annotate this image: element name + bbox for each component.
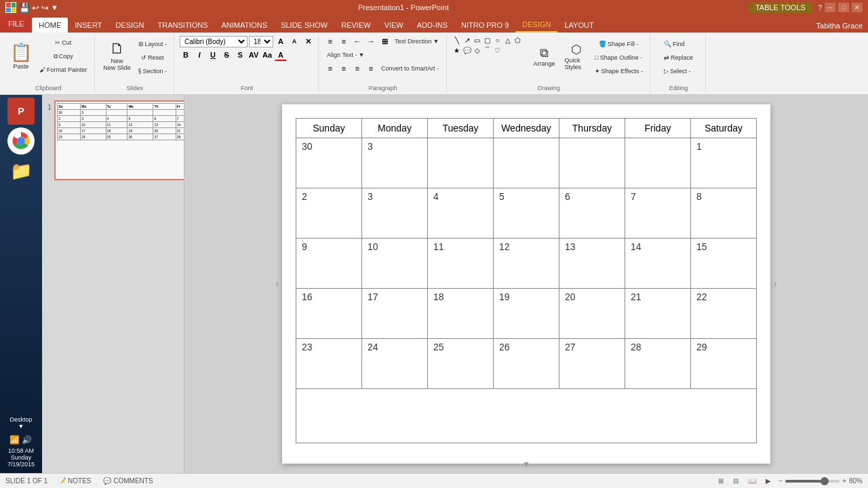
tab-design[interactable]: DESIGN (108, 18, 151, 33)
calendar-cell-1-1[interactable]: 3 (362, 188, 428, 239)
powerpoint-icon[interactable]: P (7, 98, 35, 125)
folder-icon[interactable]: 📁 (7, 157, 35, 184)
left-scroll-handle[interactable]: ‹ (273, 104, 282, 464)
italic-button[interactable]: I (193, 49, 205, 61)
calendar-cell-1-0[interactable]: 2 (296, 188, 362, 239)
calendar-cell-4-5[interactable]: 28 (625, 339, 691, 389)
calendar-cell-0-0[interactable]: 30 (296, 138, 362, 188)
tab-animations[interactable]: ANIMATIONS (215, 18, 275, 33)
font-color-button[interactable]: A (275, 49, 287, 61)
shape-rect[interactable]: ▭ (473, 35, 482, 45)
change-case-button[interactable]: Aa (261, 49, 273, 61)
font-size-select[interactable]: 18 (249, 36, 273, 47)
shape-circle[interactable]: ○ (493, 35, 502, 45)
calendar-cell-3-1[interactable]: 17 (362, 289, 428, 339)
slideshow-button[interactable]: ▶ (764, 476, 773, 485)
undo-icon[interactable]: ↩ (32, 3, 39, 13)
tab-nitro-pro[interactable]: NITRO PRO 9 (454, 18, 515, 33)
clear-format-button[interactable]: ✕ (302, 35, 314, 47)
calendar-cell-4-6[interactable]: 29 (691, 339, 757, 389)
calendar-cell-3-6[interactable]: 22 (691, 289, 757, 339)
comments-button[interactable]: 💬 COMMENTS (101, 476, 155, 485)
strikethrough-button[interactable]: S (220, 49, 233, 61)
shape-arrow[interactable]: ↗ (462, 35, 472, 45)
desktop-label[interactable]: Desktop (9, 416, 32, 423)
restore-button[interactable]: □ (838, 3, 849, 12)
arrange-button[interactable]: ⧉ Arrange (528, 37, 561, 76)
center-button[interactable]: ≡ (338, 62, 350, 75)
bullets-button[interactable]: ≡ (324, 35, 336, 47)
align-right-button[interactable]: ≡ (351, 62, 363, 75)
slide-canvas[interactable]: Sunday Monday Tuesday Wednesday Thursday… (282, 104, 770, 464)
calendar-cell-1-2[interactable]: 4 (428, 188, 494, 239)
format-painter-button[interactable]: 🖌 Format Painter (37, 64, 90, 76)
shape-heart[interactable]: ♡ (493, 45, 502, 55)
underline-button[interactable]: U (207, 49, 219, 61)
calendar-cell-4-4[interactable]: 27 (559, 339, 625, 389)
calendar-bottom-area[interactable] (296, 389, 757, 443)
minimize-button[interactable]: ─ (825, 3, 835, 12)
shape-effects-button[interactable]: ✦ Shape Effects - (592, 65, 646, 77)
shape-diamond[interactable]: ◇ (473, 45, 482, 55)
calendar-cell-3-3[interactable]: 19 (494, 289, 559, 339)
layout-button[interactable]: ⊞ Layout - (136, 38, 170, 50)
help-icon[interactable]: ? (818, 3, 822, 12)
increase-indent-button[interactable]: → (365, 35, 377, 47)
calendar-cell-1-6[interactable]: 8 (691, 188, 757, 239)
calendar-cell-3-4[interactable]: 20 (559, 289, 625, 339)
zoom-in-icon[interactable]: + (842, 477, 846, 485)
new-slide-button[interactable]: 🗋 New New Slide (100, 35, 134, 76)
desktop-arrow[interactable]: ▼ (9, 423, 32, 430)
shape-triangle[interactable]: △ (503, 35, 513, 45)
right-scroll-handle[interactable]: › (770, 104, 780, 464)
shape-rounded-rect[interactable]: ▢ (483, 35, 492, 45)
align-text-button[interactable]: Align Text - ▼ (324, 49, 367, 61)
notes-button[interactable]: 📝 NOTES (56, 476, 93, 485)
replace-button[interactable]: ⇄ Replace (661, 52, 696, 64)
text-direction-button[interactable]: Text Direction ▼ (392, 37, 441, 46)
tab-insert[interactable]: INSERT (68, 18, 108, 33)
slide-thumbnail-container[interactable]: SuMoTuWeThFrSa 3031 2345678 910111213141… (54, 100, 184, 180)
reading-view-button[interactable]: 📖 (746, 476, 758, 485)
customize-icon[interactable]: ▼ (51, 3, 58, 12)
tab-design2[interactable]: DESIGN (515, 18, 557, 33)
convert-smartart-button[interactable]: Convert to SmartArt - (378, 62, 441, 75)
zoom-out-icon[interactable]: − (778, 477, 783, 485)
numbering-button[interactable]: ≡ (338, 35, 350, 47)
tab-home[interactable]: HOME (32, 18, 68, 33)
calendar-cell-2-0[interactable]: 9 (296, 239, 362, 289)
char-spacing-button[interactable]: AV (248, 49, 260, 61)
shrink-font-button[interactable]: A (288, 35, 300, 47)
tab-add-ins[interactable]: ADD-INS (410, 18, 454, 33)
tab-view[interactable]: VIEW (378, 18, 410, 33)
calendar-cell-3-2[interactable]: 18 (428, 289, 494, 339)
close-button[interactable]: ✕ (852, 3, 863, 12)
shape-pentagon[interactable]: ⬠ (513, 35, 523, 45)
calendar-cell-0-6[interactable]: 1 (691, 138, 757, 188)
bold-button[interactable]: B (180, 49, 192, 61)
tab-transitions[interactable]: TRANSITIONS (151, 18, 215, 33)
shapes-gallery[interactable]: ╲ ↗ ▭ ▢ ○ △ ⬠ ★ 💬 ◇ ⌒ ♡ (452, 35, 527, 55)
calendar-cell-1-4[interactable]: 6 (559, 188, 625, 239)
calendar-cell-4-1[interactable]: 24 (362, 339, 428, 389)
calendar-cell-0-3[interactable] (494, 138, 559, 188)
tab-file[interactable]: FILE (0, 15, 32, 33)
tab-layout[interactable]: LAYOUT (557, 18, 600, 33)
decrease-indent-button[interactable]: ← (351, 35, 363, 47)
calendar-cell-0-2[interactable] (428, 138, 494, 188)
calendar-cell-0-4[interactable] (559, 138, 625, 188)
copy-button[interactable]: ⧉ Copy (37, 50, 90, 62)
calendar-cell-2-2[interactable]: 11 (428, 239, 494, 289)
calendar-cell-0-5[interactable] (625, 138, 691, 188)
shape-fill-button[interactable]: 🪣 Shape Fill - (592, 38, 646, 50)
shape-outline-button[interactable]: □ Shape Outline - (592, 52, 646, 64)
calendar-cell-4-0[interactable]: 23 (296, 339, 362, 389)
calendar-cell-2-6[interactable]: 15 (691, 239, 757, 289)
slide-sorter-button[interactable]: ⊟ (731, 476, 741, 485)
select-button[interactable]: ▷ Select - (661, 65, 694, 77)
tab-review[interactable]: REVIEW (334, 18, 377, 33)
calendar-cell-2-5[interactable]: 14 (625, 239, 691, 289)
shape-line[interactable]: ╲ (452, 35, 462, 45)
calendar-cell-2-1[interactable]: 10 (362, 239, 428, 289)
save-icon[interactable]: 💾 (19, 3, 30, 13)
